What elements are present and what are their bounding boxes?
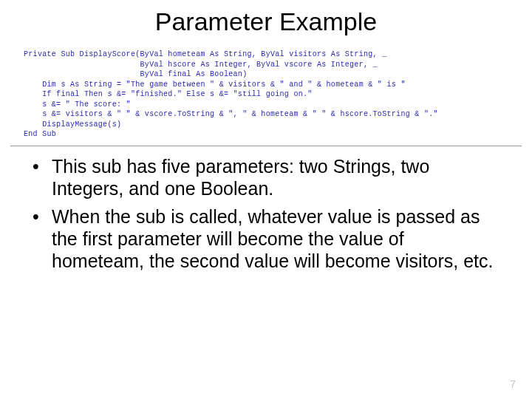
code-block: Private Sub DisplayScore(ByVal hometeam … [10, 50, 522, 146]
code-line: Private Sub DisplayScore(ByVal hometeam … [24, 50, 386, 58]
slide: Parameter Example Private Sub DisplaySco… [0, 0, 532, 399]
code-line: End Sub [24, 130, 56, 138]
page-number: 7 [510, 378, 516, 390]
code-line: DisplayMessage(s) [24, 120, 121, 129]
slide-title: Parameter Example [0, 7, 532, 36]
code-line: s &= visitors & " " & vscore.ToString & … [24, 110, 438, 118]
code-line: If final Then s &= "finished." Else s &=… [24, 90, 313, 98]
bullet-item: When the sub is called, whatever value i… [52, 205, 495, 272]
bullet-item: This sub has five parameters: two String… [52, 155, 495, 200]
code-line: ByVal final As Boolean) [24, 70, 247, 78]
code-line: Dim s As String = "The game between " & … [24, 81, 406, 89]
code-line: ByVal hscore As Integer, ByVal vscore As… [24, 61, 378, 69]
bullet-list: This sub has five parameters: two String… [0, 155, 532, 272]
code-line: s &= " The score: " [24, 100, 131, 109]
